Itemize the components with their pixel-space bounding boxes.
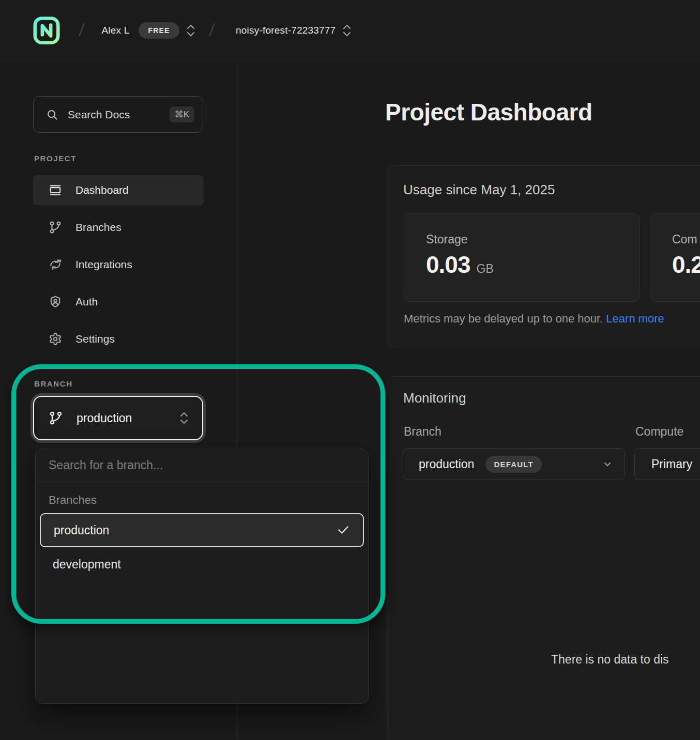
- page-title: Project Dashboard: [385, 98, 592, 126]
- branch-selector-chevrons-icon: [178, 410, 190, 426]
- org-switcher-chevrons-icon[interactable]: [186, 23, 196, 38]
- breadcrumb-separator: /: [208, 20, 216, 40]
- branch-option-production[interactable]: production: [40, 513, 364, 547]
- top-bar: / Alex L FREE / noisy-forest-72233777: [0, 0, 700, 61]
- sidebar-item-dashboard[interactable]: Dashboard: [33, 175, 204, 205]
- sidebar-item-label: Dashboard: [75, 184, 129, 196]
- monitoring-branch-label: Branch: [404, 425, 442, 439]
- sidebar-item-integrations[interactable]: Integrations: [33, 250, 204, 280]
- git-branch-icon: [49, 221, 62, 234]
- search-docs-button[interactable]: Search Docs ⌘K: [33, 96, 203, 133]
- branch-selector-value: production: [77, 411, 132, 425]
- monitoring-card: Monitoring Branch production DEFAULT Com…: [387, 376, 700, 740]
- metrics-delay-text: Metrics may be delayed up to one hour.: [404, 312, 606, 325]
- project-name[interactable]: noisy-forest-72233777: [236, 25, 336, 36]
- git-branch-icon: [49, 411, 63, 425]
- dashboard-icon: [49, 183, 62, 197]
- app-window: / Alex L FREE / noisy-forest-72233777 Se…: [0, 0, 700, 740]
- sidebar-item-label: Integrations: [75, 258, 132, 271]
- sidebar-item-label: Branches: [75, 221, 121, 234]
- search-icon: [46, 109, 58, 121]
- neon-logo-icon[interactable]: [33, 16, 60, 45]
- branch-option-development[interactable]: development: [40, 547, 364, 581]
- metric-label: Com: [672, 233, 697, 246]
- branch-section-label: BRANCH: [34, 379, 73, 388]
- learn-more-link[interactable]: Learn more: [606, 312, 664, 325]
- branch-option-label: production: [54, 523, 109, 537]
- monitoring-card-title: Monitoring: [403, 390, 466, 406]
- storage-metric-box: Storage 0.03 GB: [404, 213, 640, 302]
- monitoring-compute-label: Compute: [635, 425, 683, 439]
- metric-unit: GB: [477, 262, 494, 276]
- sidebar-item-settings[interactable]: Settings: [33, 324, 204, 354]
- project-section-label: PROJECT: [34, 154, 77, 163]
- sidebar-item-label: Settings: [75, 333, 115, 345]
- metric-value: 0.2: [672, 251, 700, 279]
- project-switcher-chevrons-icon[interactable]: [342, 23, 352, 38]
- metric-label: Storage: [426, 233, 468, 246]
- branch-dropdown-panel: Branches production development: [35, 449, 369, 704]
- breadcrumb-separator: /: [78, 20, 85, 40]
- compute-metric-box: Com 0.2: [650, 213, 700, 302]
- monitoring-compute-value: Primary: [651, 457, 692, 471]
- plan-badge: FREE: [139, 22, 179, 39]
- org-name[interactable]: Alex L: [101, 25, 129, 36]
- usage-card: Usage since May 1, 2025 Storage 0.03 GB …: [387, 165, 700, 347]
- sidebar-item-branches[interactable]: Branches: [33, 212, 204, 242]
- monitoring-branch-value: production: [419, 457, 474, 471]
- check-icon: [337, 523, 350, 537]
- branch-selector-button[interactable]: production: [33, 396, 203, 440]
- search-shortcut-badge: ⌘K: [170, 106, 194, 122]
- monitoring-compute-select[interactable]: Primary: [634, 448, 700, 480]
- gear-icon: [49, 332, 62, 346]
- chevron-down-icon: [602, 458, 613, 470]
- search-docs-label: Search Docs: [68, 109, 130, 121]
- branch-search-input[interactable]: [36, 449, 368, 482]
- sidebar-item-auth[interactable]: Auth: [33, 287, 204, 317]
- sidebar-item-label: Auth: [75, 296, 98, 308]
- no-data-message: There is no data to dis: [551, 653, 669, 667]
- default-badge: DEFAULT: [485, 456, 541, 473]
- metric-value: 0.03: [426, 251, 470, 279]
- branch-option-label: development: [53, 558, 121, 572]
- integrations-icon: [49, 258, 62, 271]
- auth-shield-icon: [49, 295, 62, 309]
- usage-card-title: Usage since May 1, 2025: [403, 182, 555, 198]
- metrics-delay-note: Metrics may be delayed up to one hour. L…: [404, 312, 664, 326]
- branch-group-label: Branches: [49, 494, 368, 507]
- monitoring-branch-select[interactable]: production DEFAULT: [403, 448, 625, 480]
